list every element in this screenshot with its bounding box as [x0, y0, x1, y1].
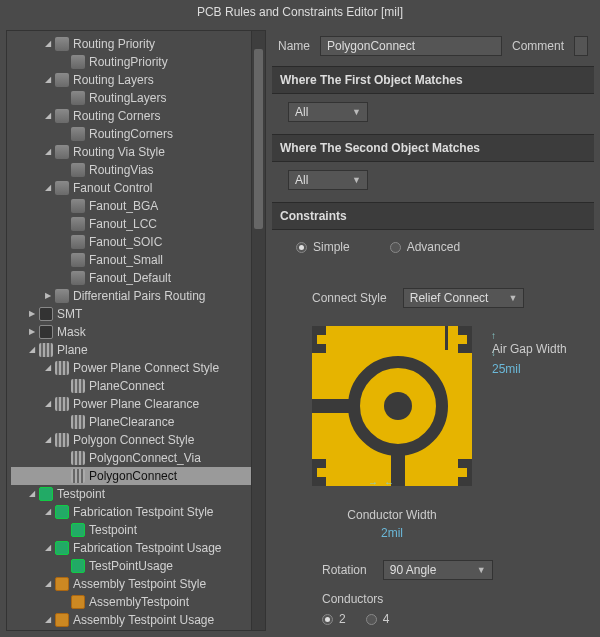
tree-item[interactable]: ◢RoutingLayers — [11, 89, 265, 107]
tree-item[interactable]: ◢PlaneConnect — [11, 377, 265, 395]
constraint-kind-simple[interactable]: Simple — [296, 240, 350, 254]
tree-item[interactable]: SMT — [11, 305, 265, 323]
twisty-icon[interactable] — [43, 431, 53, 449]
rules-tree-panel: Routing Priority◢RoutingPriorityRouting … — [6, 30, 266, 631]
twisty-icon[interactable] — [27, 323, 37, 341]
radio-icon — [322, 614, 333, 625]
thermal-relief-icon — [312, 326, 472, 486]
tree-item[interactable]: ◢PolygonConnect_Via — [11, 449, 265, 467]
twisty-icon[interactable] — [43, 287, 53, 305]
rule-icon — [71, 235, 85, 249]
tree-item[interactable]: ◢RoutingPriority — [11, 53, 265, 71]
chevron-down-icon: ▼ — [352, 175, 361, 185]
first-match-select[interactable]: All ▼ — [288, 102, 368, 122]
tree-item[interactable]: Routing Layers — [11, 71, 265, 89]
tree-item[interactable]: Plane — [11, 341, 265, 359]
tree-item-label: PolygonConnect_Via — [89, 449, 201, 467]
tree-item-label: Fanout_BGA — [89, 197, 158, 215]
tree-item[interactable]: Routing Via Style — [11, 143, 265, 161]
twisty-icon[interactable] — [43, 179, 53, 197]
twisty-icon[interactable] — [43, 143, 53, 161]
tree-item[interactable]: Power Plane Connect Style — [11, 359, 265, 377]
connect-style-select[interactable]: Relief Connect ▼ — [403, 288, 525, 308]
conductor-width-label: Conductor Width — [312, 508, 472, 522]
grid-icon — [71, 415, 85, 429]
rule-icon — [71, 271, 85, 285]
rule-icon — [71, 217, 85, 231]
chevron-down-icon: ▼ — [477, 565, 486, 575]
rotation-select[interactable]: 90 Angle ▼ — [383, 560, 493, 580]
twisty-icon[interactable] — [27, 305, 37, 323]
tree-item-label: Routing Corners — [73, 107, 160, 125]
tree-item[interactable]: Power Plane Clearance — [11, 395, 265, 413]
comment-input[interactable] — [574, 36, 588, 56]
tree-item-label: RoutingVias — [89, 161, 154, 179]
twisty-icon[interactable] — [43, 575, 53, 593]
tree-item[interactable]: ◢Fanout_LCC — [11, 215, 265, 233]
tree-item[interactable]: Routing Priority — [11, 35, 265, 53]
second-match-select[interactable]: All ▼ — [288, 170, 368, 190]
tree-item-label: Fanout_Small — [89, 251, 163, 269]
twisty-icon[interactable] — [27, 341, 37, 359]
tree-item-label: Power Plane Connect Style — [73, 359, 219, 377]
airgap-value[interactable]: 25mil — [492, 362, 567, 376]
tree-item[interactable]: ◢Fanout_BGA — [11, 197, 265, 215]
twisty-icon[interactable] — [27, 485, 37, 503]
twisty-icon[interactable] — [43, 539, 53, 557]
conductors-4[interactable]: 4 — [366, 612, 390, 626]
twisty-icon[interactable] — [43, 107, 53, 125]
tree-item[interactable]: ◢AssemblyTestpoint — [11, 593, 265, 611]
routing-icon — [55, 289, 69, 303]
constraint-kind-advanced[interactable]: Advanced — [390, 240, 460, 254]
tree-item[interactable]: ◢RoutingCorners — [11, 125, 265, 143]
rotation-value: 90 Angle — [390, 563, 437, 577]
conductors-2[interactable]: 2 — [322, 612, 346, 626]
tree-item[interactable]: ◢RoutingVias — [11, 161, 265, 179]
tree-item[interactable]: Differential Pairs Routing — [11, 287, 265, 305]
conductor-width-value[interactable]: 2mil — [312, 526, 472, 540]
tree-item[interactable]: Fabrication Testpoint Style — [11, 503, 265, 521]
rules-tree[interactable]: Routing Priority◢RoutingPriorityRouting … — [7, 31, 265, 631]
twisty-icon[interactable] — [43, 503, 53, 521]
tree-item[interactable]: Assembly Testpoint Style — [11, 575, 265, 593]
twisty-icon[interactable] — [43, 71, 53, 89]
svg-rect-3 — [312, 399, 356, 413]
tree-item[interactable]: Mask — [11, 323, 265, 341]
svg-point-2 — [384, 392, 412, 420]
rule-icon — [71, 253, 85, 267]
conductors-label: Conductors — [322, 592, 574, 606]
tree-item-label: Routing Layers — [73, 71, 154, 89]
tree-item[interactable]: ◢Fanout_Small — [11, 251, 265, 269]
tree-item[interactable]: ◢Testpoint — [11, 521, 265, 539]
tree-item[interactable]: Fabrication Testpoint Usage — [11, 539, 265, 557]
tree-item[interactable]: ◢AssemblyTestPointUsage — [11, 629, 265, 631]
tree-item[interactable]: ◢PlaneClearance — [11, 413, 265, 431]
tree-item[interactable]: Fanout Control — [11, 179, 265, 197]
tree-item[interactable]: Testpoint — [11, 485, 265, 503]
twisty-icon[interactable] — [43, 611, 53, 629]
tree-scroll-thumb[interactable] — [254, 49, 263, 229]
tree-scrollbar[interactable] — [251, 31, 265, 630]
tree-item[interactable]: ◢Fanout_SOIC — [11, 233, 265, 251]
arrow-up-icon: ↑ — [491, 330, 496, 341]
twisty-icon[interactable] — [43, 395, 53, 413]
rule-icon — [71, 199, 85, 213]
tree-item[interactable]: ◢PolygonConnect — [11, 467, 265, 485]
grid-icon — [55, 361, 69, 375]
tp2-icon — [71, 595, 85, 609]
tree-item-label: RoutingLayers — [89, 89, 166, 107]
tree-item[interactable]: Assembly Testpoint Usage — [11, 611, 265, 629]
tree-item-label: Routing Via Style — [73, 143, 165, 161]
name-input[interactable] — [320, 36, 502, 56]
tree-item[interactable]: ◢TestPointUsage — [11, 557, 265, 575]
tp-icon — [71, 523, 85, 537]
tree-item[interactable]: ◢Fanout_Default — [11, 269, 265, 287]
properties-panel: Name Comment Where The First Object Matc… — [272, 24, 600, 637]
first-match-value: All — [295, 105, 308, 119]
tree-item-label: Mask — [57, 323, 86, 341]
tree-item[interactable]: Routing Corners — [11, 107, 265, 125]
twisty-icon[interactable] — [43, 359, 53, 377]
arrow-right-icon: → — [368, 477, 378, 488]
twisty-icon[interactable] — [43, 35, 53, 53]
tree-item[interactable]: Polygon Connect Style — [11, 431, 265, 449]
